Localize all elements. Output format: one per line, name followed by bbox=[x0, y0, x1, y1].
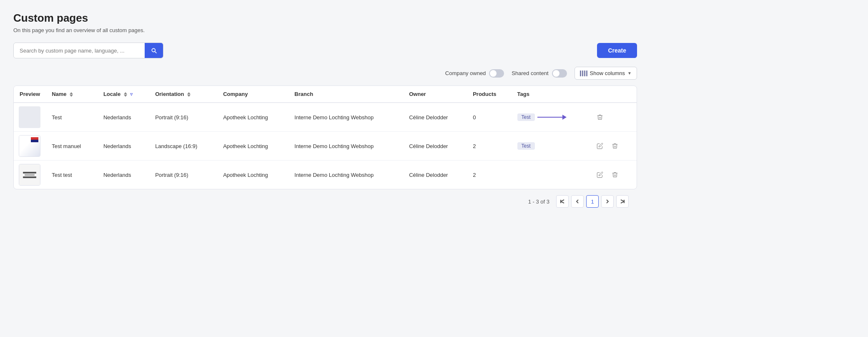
search-icon bbox=[151, 47, 157, 54]
col-header-locale[interactable]: Locale ▿ bbox=[98, 86, 149, 103]
orientation-cell: Portrait (9:16) bbox=[149, 161, 217, 189]
products-cell: 0 bbox=[467, 103, 511, 132]
col-header-owner: Owner bbox=[403, 86, 467, 103]
col-header-name[interactable]: Name bbox=[46, 86, 98, 103]
first-page-button[interactable] bbox=[556, 195, 569, 208]
search-wrapper bbox=[13, 43, 163, 58]
filter-icon-locale[interactable]: ▿ bbox=[130, 91, 133, 97]
tag-badge: Test bbox=[517, 142, 535, 150]
company-cell: Apotheek Lochting bbox=[217, 103, 288, 132]
tags-cell bbox=[512, 161, 588, 189]
last-page-button[interactable] bbox=[616, 195, 629, 208]
owner-cell: Céline Delodder bbox=[403, 103, 467, 132]
columns-icon bbox=[580, 70, 587, 76]
table-row: Test Nederlands Portrait (9:16) Apotheek… bbox=[14, 103, 637, 132]
col-header-branch: Branch bbox=[288, 86, 403, 103]
name-cell: Test bbox=[46, 103, 98, 132]
branch-cell: Interne Demo Lochting Webshop bbox=[288, 132, 403, 161]
owner-cell: Céline Delodder bbox=[403, 161, 467, 189]
search-button[interactable] bbox=[145, 43, 163, 58]
create-button[interactable]: Create bbox=[597, 43, 637, 58]
col-header-orientation[interactable]: Orientation bbox=[149, 86, 217, 103]
prev-page-button[interactable] bbox=[571, 195, 584, 208]
col-header-preview: Preview bbox=[14, 86, 46, 103]
show-columns-label: Show columns bbox=[590, 70, 625, 76]
orientation-cell: Portrait (9:16) bbox=[149, 103, 217, 132]
search-input[interactable] bbox=[14, 43, 145, 58]
tags-cell: Test bbox=[512, 132, 588, 161]
tags-cell: Test bbox=[512, 103, 588, 132]
table-container: Preview Name Locale bbox=[13, 86, 637, 189]
orientation-cell: Landscape (16:9) bbox=[149, 132, 217, 161]
delete-button[interactable] bbox=[609, 169, 621, 181]
products-cell: 2 bbox=[467, 161, 511, 189]
shared-content-label: Shared content bbox=[512, 70, 548, 76]
shared-content-filter: Shared content bbox=[512, 69, 567, 78]
company-cell: Apotheek Lochting bbox=[217, 132, 288, 161]
pagination-info: 1 - 3 of 3 bbox=[528, 199, 549, 205]
sort-icon-locale bbox=[124, 92, 127, 97]
locale-cell: Nederlands bbox=[98, 132, 149, 161]
company-cell: Apotheek Lochting bbox=[217, 161, 288, 189]
edit-button[interactable] bbox=[594, 140, 606, 152]
preview-cell bbox=[14, 161, 46, 189]
table-header-row: Preview Name Locale bbox=[14, 86, 637, 103]
shared-content-toggle[interactable] bbox=[552, 69, 567, 78]
preview-cell bbox=[14, 132, 46, 161]
col-header-company: Company bbox=[217, 86, 288, 103]
branch-cell: Interne Demo Lochting Webshop bbox=[288, 161, 403, 189]
branch-cell: Interne Demo Lochting Webshop bbox=[288, 103, 403, 132]
locale-cell: Nederlands bbox=[98, 161, 149, 189]
page-title: Custom pages bbox=[13, 12, 637, 25]
col-header-products: Products bbox=[467, 86, 511, 103]
toolbar: Create bbox=[13, 43, 637, 58]
preview-cell bbox=[14, 103, 46, 132]
owner-cell: Céline Delodder bbox=[403, 132, 467, 161]
show-columns-button[interactable]: Show columns ▼ bbox=[574, 67, 637, 80]
company-owned-label: Company owned bbox=[445, 70, 486, 76]
filters-row: Company owned Shared content Show column… bbox=[13, 67, 637, 80]
page-subtitle: On this page you find an overview of all… bbox=[13, 27, 637, 33]
actions-cell bbox=[588, 161, 637, 189]
delete-button[interactable] bbox=[609, 140, 621, 152]
tag-badge: Test bbox=[517, 113, 535, 121]
products-cell: 2 bbox=[467, 132, 511, 161]
name-cell: Test test bbox=[46, 161, 98, 189]
next-page-button[interactable] bbox=[601, 195, 614, 208]
edit-button[interactable] bbox=[594, 169, 606, 181]
chevron-down-icon: ▼ bbox=[627, 71, 632, 75]
sort-icon-orientation bbox=[187, 92, 191, 97]
delete-button[interactable] bbox=[594, 111, 606, 123]
actions-cell bbox=[588, 132, 637, 161]
arrow-annotation bbox=[537, 115, 567, 120]
company-owned-toggle[interactable] bbox=[489, 69, 504, 78]
actions-cell bbox=[588, 103, 637, 132]
page-1-button[interactable]: 1 bbox=[586, 195, 599, 208]
name-cell: Test manuel bbox=[46, 132, 98, 161]
col-header-tags: Tags bbox=[512, 86, 588, 103]
sort-icon-name bbox=[70, 92, 73, 97]
pagination-row: 1 - 3 of 3 1 bbox=[13, 189, 637, 214]
table-row: Test manuel Nederlands Landscape (16:9) … bbox=[14, 132, 637, 161]
company-owned-filter: Company owned bbox=[445, 69, 504, 78]
data-table: Preview Name Locale bbox=[14, 86, 637, 189]
locale-cell: Nederlands bbox=[98, 103, 149, 132]
table-row: Test test Nederlands Portrait (9:16) Apo… bbox=[14, 161, 637, 189]
